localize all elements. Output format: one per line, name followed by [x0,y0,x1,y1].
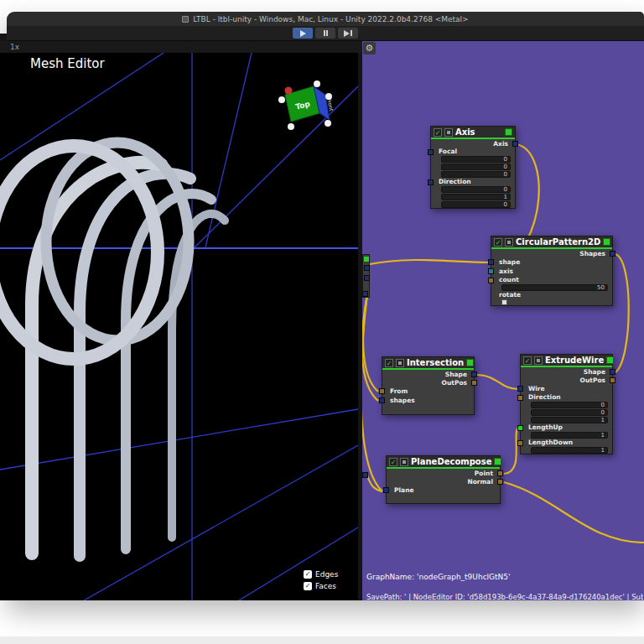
node-plane-decompose[interactable]: ✓ PlaneDecompose Point Normal Plane [386,455,501,504]
length-field[interactable]: 1 [531,447,608,454]
vector-field[interactable]: 1 [531,417,608,423]
output-port[interactable] [512,141,518,147]
node-header[interactable]: ✓ PlaneDecompose [387,456,500,469]
gizmo-x-handle[interactable] [285,87,293,95]
input-row: LengthDown [521,439,612,446]
node-axis[interactable]: ✓ Axis Axis Focal 0 0 0 Direction 0 1 0 [430,126,516,209]
node-pin-icon[interactable] [396,359,404,367]
output-port[interactable] [610,251,615,257]
node-active-indicator[interactable] [466,359,474,366]
node-enabled-checkbox[interactable]: ✓ [523,356,532,365]
input-port[interactable] [428,149,434,155]
vector-field[interactable]: 0 [441,171,511,178]
input-port[interactable] [517,395,523,401]
graph-name-status: GraphName: 'nodeGraph_t9UhclGtN5' [366,573,511,581]
connection-wire [475,375,518,389]
output-port[interactable] [364,265,370,271]
node-pin-icon[interactable] [444,128,453,137]
input-port[interactable] [517,386,523,392]
vector-field[interactable]: 0 [531,402,608,408]
edges-toggle[interactable]: ✓ Edges [304,570,338,579]
faces-toggle[interactable]: ✓ Faces [304,582,338,590]
output-port[interactable] [471,380,477,386]
vector-field[interactable]: 0 [441,164,511,170]
input-row: Direction [521,393,612,401]
scene-canvas[interactable]: Top Front Mesh Editor ✓ Edges ✓ Faces [0,53,358,600]
vector-field[interactable]: 0 [441,201,511,208]
step-button[interactable] [338,28,358,39]
edge-port[interactable] [362,472,368,478]
pause-icon [324,30,325,36]
input-port[interactable] [383,487,389,493]
node-header[interactable]: ✓ ExtrudeWire [521,355,612,367]
input-port[interactable] [488,278,494,283]
input-label: LengthUp [528,423,563,431]
output-port[interactable] [364,275,370,281]
input-label: Wire [528,385,545,392]
pause-button[interactable] [315,28,335,39]
input-port[interactable] [488,268,494,274]
node-extrude-wire[interactable]: ✓ ExtrudeWire Shape OutPos Wire Directio… [520,354,613,454]
node-pin-icon[interactable] [505,238,513,247]
input-port[interactable] [379,388,385,394]
input-label: From [390,387,408,395]
window-titlebar[interactable]: LTBL - ltbl-unity - Windows, Mac, Linux … [7,12,644,26]
node-enabled-checkbox[interactable]: ✓ [494,238,502,247]
connection-wire [504,428,518,474]
node-enabled-checkbox[interactable]: ✓ [385,359,393,367]
input-row: rotate [491,291,612,299]
node-active-indicator[interactable] [494,458,501,465]
gizmo-handle[interactable] [314,80,320,87]
orientation-gizmo[interactable]: Top Front [278,80,335,130]
gizmo-handle[interactable] [278,96,285,103]
count-field[interactable]: 50 [501,284,608,291]
vector-field[interactable]: 0 [441,186,511,193]
input-port[interactable] [517,440,523,446]
output-port[interactable] [610,369,615,375]
length-field[interactable]: 1 [531,432,608,439]
output-port[interactable] [471,371,477,377]
mesh-editor-viewport[interactable]: 1x [0,34,362,600]
output-row: OutPos [382,378,474,387]
vector-field[interactable]: 1 [441,194,511,200]
node-enabled-checkbox[interactable]: ✓ [389,458,397,466]
node-active-indicator[interactable] [505,128,512,136]
node-graph-panel[interactable]: ⚙ ✓ Axis Axis [362,41,644,600]
node-active-indicator[interactable] [606,356,614,364]
edge-port[interactable] [362,291,368,297]
rotate-checkbox[interactable] [501,299,507,305]
input-port[interactable] [428,179,434,185]
node-enabled-checkbox[interactable]: ✓ [434,128,442,137]
node-header[interactable]: ✓ Intersection [382,357,474,370]
input-port[interactable] [488,259,494,265]
node-header[interactable]: ✓ CircularPattern2D [491,236,612,249]
output-row: Normal [387,477,500,486]
gizmo-handle[interactable] [288,123,294,130]
connection-wire [370,260,489,264]
viewport-header: 1x [0,41,362,53]
input-port[interactable] [379,397,385,403]
node-pin-icon[interactable] [400,458,408,466]
node-title: Axis [455,127,475,137]
output-port[interactable] [610,377,615,383]
node-header[interactable]: ✓ Axis [431,127,515,139]
node-active-indicator[interactable] [603,238,610,246]
input-label: axis [499,267,513,275]
vector-field[interactable]: 0 [441,156,511,163]
node-pin-icon[interactable] [534,356,543,365]
mesh-object[interactable] [0,143,225,556]
node-intersection[interactable]: ✓ Intersection Shape OutPos From shapes [382,356,475,415]
vector-field[interactable]: 0 [531,409,608,416]
play-button[interactable] [293,28,313,39]
gear-icon[interactable]: ⚙ [363,42,376,55]
node-circular-pattern-2d[interactable]: ✓ CircularPattern2D Shapes shape axis co… [491,236,613,306]
faces-checkbox[interactable]: ✓ [304,582,312,590]
gizmo-handle[interactable] [325,120,331,127]
unity-app-icon [182,16,189,23]
output-port[interactable] [497,479,503,485]
output-port[interactable] [497,470,503,476]
gizmo-handle[interactable] [325,93,332,100]
input-port[interactable] [517,425,523,431]
zoom-level[interactable]: 1x [10,43,19,51]
edges-checkbox[interactable]: ✓ [304,570,312,579]
